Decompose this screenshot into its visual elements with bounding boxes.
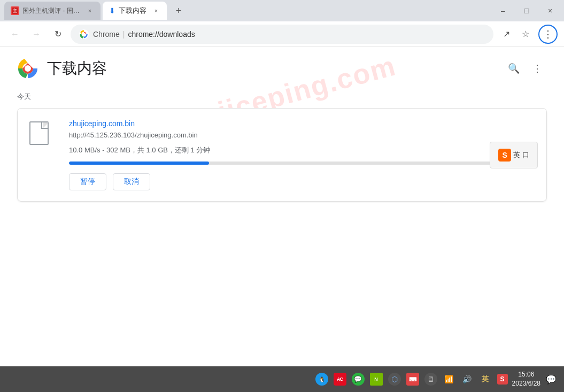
sogou-badge[interactable]: S 英 口 <box>490 142 538 168</box>
svg-text:🐧: 🐧 <box>319 376 326 383</box>
taskbar-lang-icon[interactable]: 英 <box>479 373 492 386</box>
taskbar-icons: 🐧 AC 💬 N ⬡ ⌨ 🖥 📶 🔊 英 S <box>315 373 508 386</box>
download-status: 10.0 MB/s - 302 MB，共 1.0 GB，还剩 1 分钟 <box>69 145 536 155</box>
bookmark-button[interactable]: ☆ <box>517 26 534 43</box>
close-button[interactable]: × <box>540 1 560 20</box>
sogou-label: 英 口 <box>513 150 529 160</box>
tab-active-close[interactable]: × <box>152 6 160 15</box>
chrome-logo-large <box>17 58 38 79</box>
download-buttons: 暂停 取消 <box>69 173 536 190</box>
address-text: Chrome | chrome://downloads <box>93 30 195 39</box>
svg-point-3 <box>82 33 86 36</box>
file-icon-wrap <box>18 119 60 145</box>
address-actions: ↗ ☆ <box>498 26 534 43</box>
refresh-button[interactable]: ↻ <box>49 26 66 43</box>
page-header: 下载内容 🔍 ⋮ <box>17 58 547 79</box>
tab-inactive-favicon: 主 <box>11 6 19 15</box>
new-tab-button[interactable]: + <box>171 3 186 18</box>
download-card: zhujiceping.com.bin http://45.125.236.10… <box>17 108 547 202</box>
page-content: zhujiceping.com 下载内容 🔍 ⋮ 今天 <box>0 47 564 366</box>
pause-button[interactable]: 暂停 <box>69 173 106 190</box>
download-info: zhujiceping.com.bin http://45.125.236.10… <box>69 119 536 190</box>
maximize-button[interactable]: □ <box>517 1 536 20</box>
taskbar-sogou-icon[interactable]: S <box>497 374 508 385</box>
tab-active-download-icon: ⬇ <box>109 6 115 15</box>
section-label: 今天 <box>17 92 547 102</box>
search-button[interactable]: 🔍 <box>504 59 523 78</box>
share-button[interactable]: ↗ <box>498 26 515 43</box>
cancel-button[interactable]: 取消 <box>113 173 150 190</box>
title-bar: 主 国外主机测评 - 国外VPS， × ⬇ 下载内容 × + – □ × <box>0 0 564 21</box>
window-controls: – □ × <box>493 1 560 20</box>
taskbar-time: 15:06 <box>512 370 540 379</box>
tab-active[interactable]: ⬇ 下载内容 × <box>103 2 167 20</box>
chrome-logo-small <box>79 29 89 39</box>
taskbar-wechat-icon[interactable]: 💬 <box>352 373 365 386</box>
page-actions: 🔍 ⋮ <box>504 59 547 78</box>
forward-button[interactable]: → <box>28 26 45 43</box>
taskbar-date: 2023/6/28 <box>512 379 540 388</box>
taskbar-acfun-icon[interactable]: AC <box>334 373 346 386</box>
taskbar-notification-icon[interactable]: 💬 <box>545 373 558 386</box>
sogou-icon: S <box>498 149 511 162</box>
taskbar-clock: 15:06 2023/6/28 <box>512 370 540 388</box>
download-filename[interactable]: zhujiceping.com.bin <box>69 119 536 128</box>
address-input[interactable]: Chrome | chrome://downloads <box>71 25 493 44</box>
taskbar: 🐧 AC 💬 N ⬡ ⌨ 🖥 📶 🔊 英 S 15:06 2023/6/28 💬 <box>0 366 564 392</box>
taskbar-wifi-icon[interactable]: 📶 <box>443 373 455 386</box>
download-url: http://45.125.236.103/zhujiceping.com.bi… <box>69 131 536 139</box>
minimize-button[interactable]: – <box>493 1 513 20</box>
taskbar-qq-icon[interactable]: 🐧 <box>315 373 328 386</box>
taskbar-monitor-icon[interactable]: 🖥 <box>424 373 437 386</box>
address-bar: ← → ↻ Chrome | chrome://downloads ↗ ☆ ⋮ <box>0 21 564 47</box>
progress-bar <box>69 162 536 165</box>
taskbar-volume-icon[interactable]: 🔊 <box>461 373 474 386</box>
file-icon <box>29 121 49 145</box>
tab-active-label: 下载内容 <box>119 6 146 16</box>
taskbar-nvidia-icon[interactable]: N <box>370 373 383 386</box>
tab-inactive[interactable]: 主 国外主机测评 - 国外VPS， × <box>4 2 101 20</box>
svg-text:主: 主 <box>13 8 17 13</box>
tab-inactive-label: 国外主机测评 - 国外VPS， <box>22 6 80 16</box>
svg-point-5 <box>25 65 31 72</box>
tab-inactive-close[interactable]: × <box>86 6 94 15</box>
back-button[interactable]: ← <box>6 26 24 43</box>
address-url: chrome://downloads <box>128 30 195 39</box>
taskbar-bluetooth-icon[interactable]: ⬡ <box>388 373 401 386</box>
page-title-wrap: 下载内容 <box>17 58 107 79</box>
taskbar-keyboard-icon[interactable]: ⌨ <box>406 373 419 386</box>
chrome-menu-button[interactable]: ⋮ <box>538 25 558 44</box>
page-title: 下载内容 <box>47 58 107 79</box>
progress-bar-fill <box>69 162 209 165</box>
address-site: Chrome <box>93 30 120 39</box>
more-options-button[interactable]: ⋮ <box>528 59 547 78</box>
